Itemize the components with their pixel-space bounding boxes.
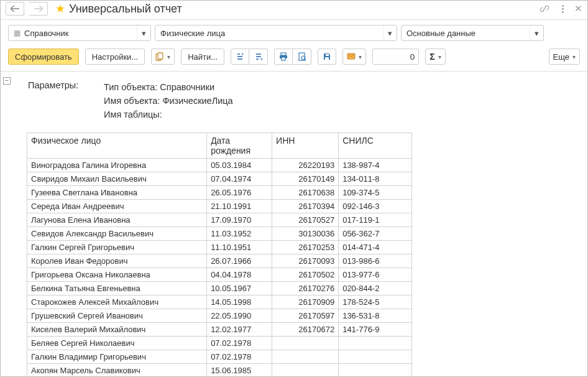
table-row[interactable]: Григорьева Оксана Николаевна04.04.197826… — [27, 268, 412, 282]
copies-input[interactable] — [372, 49, 419, 65]
cell-inn: 26170093 — [272, 254, 339, 268]
cell-snils — [339, 350, 412, 364]
cell-inn — [272, 350, 339, 364]
outline-gutter: − — [1, 72, 13, 376]
svg-rect-7 — [325, 57, 329, 60]
expand-all-button[interactable] — [231, 49, 249, 65]
cell-person: Старокожев Алексей Михайлович — [27, 296, 207, 309]
cell-person: Королев Иван Федорович — [27, 254, 207, 268]
cell-person: Грушевский Сергей Иванович — [27, 309, 207, 323]
table-row[interactable]: Виноградова Галина Игоревна05.03.1984262… — [27, 159, 412, 172]
table-row[interactable]: Лагунова Елена Ивановна17.09.19702617052… — [27, 213, 412, 227]
table-name-select[interactable]: Основные данные ▾ — [401, 25, 544, 41]
table-row[interactable]: Севидов Александр Васильевич11.03.195230… — [27, 227, 412, 241]
object-type-value: Справочник — [24, 29, 69, 38]
cell-snils: 013-977-6 — [339, 268, 412, 282]
cell-birth: 26.05.1976 — [207, 186, 272, 200]
col-person: Физическое лицо — [27, 133, 207, 159]
table-row[interactable]: Галкин Владимир Григорьевич07.02.1978 — [27, 350, 412, 364]
parameters-label: Параметры: — [28, 80, 93, 121]
cell-inn: 26170149 — [272, 172, 339, 186]
cell-inn: 26170909 — [272, 296, 339, 309]
cell-snils — [339, 337, 412, 350]
cell-birth: 26.07.1966 — [207, 254, 272, 268]
collapse-icon — [254, 52, 263, 61]
table-row[interactable]: Киселев Валерий Михайлович12.02.19772617… — [27, 323, 412, 337]
svg-rect-2 — [281, 53, 286, 55]
table-row[interactable]: Грушевский Сергей Иванович22.05.19902617… — [27, 309, 412, 323]
cell-person: Лагунова Елена Ивановна — [27, 213, 207, 227]
save-button[interactable] — [318, 49, 336, 65]
cell-person: Виноградова Галина Игоревна — [27, 159, 207, 172]
object-name-select[interactable]: Физические лица ▾ — [155, 25, 397, 41]
more-button[interactable]: Еще ▾ — [549, 49, 580, 65]
printer-icon — [279, 52, 288, 61]
object-name-value: Физические лица — [160, 29, 225, 38]
cell-inn: 26170502 — [272, 268, 339, 282]
cell-snils: 017-119-1 — [339, 213, 412, 227]
cell-person: Галкин Владимир Григорьевич — [27, 350, 207, 364]
cell-birth: 14.05.1998 — [207, 296, 272, 309]
variants-button[interactable]: ▾ — [151, 49, 175, 65]
nav-forward-button[interactable] — [29, 2, 48, 16]
cell-birth: 11.10.1951 — [207, 241, 272, 254]
cell-snils: 134-011-8 — [339, 172, 412, 186]
cell-birth: 07.02.1978 — [207, 337, 272, 350]
print-button[interactable] — [274, 49, 293, 65]
cell-person: Беляев Сергей Николаевич — [27, 337, 207, 350]
cell-snils: 136-531-8 — [339, 309, 412, 323]
link-icon[interactable] — [540, 4, 551, 14]
sum-button[interactable]: Σ ▾ — [425, 49, 445, 65]
cell-birth: 10.05.1967 — [207, 282, 272, 296]
cell-snils: 056-362-7 — [339, 227, 412, 241]
collapse-toggle[interactable]: − — [3, 77, 11, 85]
cell-inn: 26170253 — [272, 241, 339, 254]
table-row[interactable]: Старокожев Алексей Михайлович14.05.19982… — [27, 296, 412, 309]
cell-person: Акопян Марсель Славикович — [27, 364, 207, 377]
param-object-type: Тип объекта: Справочники — [104, 80, 233, 94]
cell-birth: 07.04.1974 — [207, 172, 272, 186]
send-button[interactable]: ▾ — [342, 49, 366, 65]
find-button[interactable]: Найти... — [181, 49, 224, 65]
settings-button[interactable]: Настройки... — [85, 49, 145, 65]
cell-inn: 26170394 — [272, 200, 339, 213]
nav-back-button[interactable] — [6, 2, 24, 16]
cell-snils: 109-374-5 — [339, 186, 412, 200]
table-row[interactable]: Акопян Марсель Славикович15.06.1985 — [27, 364, 412, 377]
cell-birth: 21.10.1991 — [207, 200, 272, 213]
cell-birth: 22.05.1990 — [207, 309, 272, 323]
table-row[interactable]: Середа Иван Андреевич21.10.1991261703940… — [27, 200, 412, 213]
close-icon[interactable]: ✕ — [574, 3, 582, 14]
preview-button[interactable] — [293, 49, 311, 65]
cell-snils: 014-471-4 — [339, 241, 412, 254]
object-type-select[interactable]: ▦Справочник ▾ — [8, 25, 151, 41]
table-name-value: Основные данные — [407, 29, 475, 38]
table-row[interactable]: Беляев Сергей Николаевич07.02.1978 — [27, 337, 412, 350]
arrow-left-icon — [11, 6, 19, 12]
cell-snils: 178-524-5 — [339, 296, 412, 309]
favorite-star-icon[interactable]: ★ — [55, 2, 65, 16]
chevron-down-icon: ▾ — [530, 26, 543, 40]
cell-snils: 092-146-3 — [339, 200, 412, 213]
arrow-right-icon — [34, 6, 43, 12]
table-row[interactable]: Свиридов Михаил Васильевич07.04.19742617… — [27, 172, 412, 186]
cell-snils — [339, 364, 412, 377]
window-title: Универсальный отчет — [69, 2, 182, 16]
cell-person: Григорьева Оксана Николаевна — [27, 268, 207, 282]
cell-person: Середа Иван Андреевич — [27, 200, 207, 213]
collapse-all-button[interactable] — [249, 49, 268, 65]
cell-person: Гузеева Светлана Ивановна — [27, 186, 207, 200]
cell-inn: 26170672 — [272, 323, 339, 337]
generate-button[interactable]: Сформировать — [8, 49, 79, 65]
cell-inn: 26170597 — [272, 309, 339, 323]
table-row[interactable]: Королев Иван Федорович26.07.196626170093… — [27, 254, 412, 268]
cell-inn — [272, 337, 339, 350]
table-row[interactable]: Гузеева Светлана Ивановна26.05.197626170… — [27, 186, 412, 200]
cell-snils: 020-844-2 — [339, 282, 412, 296]
more-menu-icon[interactable] — [558, 5, 567, 13]
table-row[interactable]: Белкина Татьяна Евгеньевна10.05.19672617… — [27, 282, 412, 296]
copy-icon — [155, 52, 164, 61]
cell-birth: 05.03.1984 — [207, 159, 272, 172]
table-row[interactable]: Галкин Сергей Григорьевич11.10.195126170… — [27, 241, 412, 254]
report-viewport[interactable]: Параметры: Тип объекта: Справочники Имя … — [13, 72, 587, 376]
